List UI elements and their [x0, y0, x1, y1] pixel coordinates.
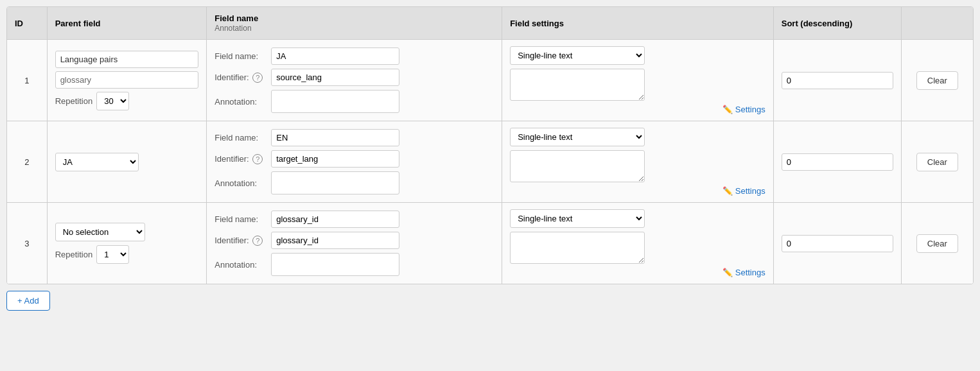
row-1-id: 1 [7, 40, 47, 121]
row-2-settings-inner: Single-line text Multi-line text Number … [510, 128, 766, 196]
row-3-settings-inner: Single-line text Multi-line text Number … [510, 209, 766, 277]
row-2-help-icon[interactable]: ? [252, 154, 263, 164]
row-1-field-settings: Single-line text Multi-line text Number … [502, 40, 774, 121]
row-3-sort [773, 203, 901, 284]
row-2-action: Clear [901, 121, 973, 203]
table-row: 2 JA EN No selection Field name: [7, 121, 973, 203]
row-2-settings-link-row: ✏️ Settings [510, 186, 766, 196]
row-2-id: 2 [7, 121, 47, 203]
col-header-id: ID [7, 7, 47, 40]
row-1-settings-link-row: ✏️ Settings [510, 105, 766, 114]
row-3-settings-link[interactable]: Settings [735, 268, 766, 277]
row-1-identifier-input[interactable] [271, 69, 399, 86]
col-header-action [901, 7, 973, 40]
row-1-action: Clear [901, 40, 973, 121]
add-button[interactable]: + Add [6, 291, 50, 311]
row-2-parent-dropdown[interactable]: JA EN No selection [55, 153, 139, 171]
row-3-identifier-row: Identifier: ? [214, 232, 494, 249]
row-3-sort-input[interactable] [782, 235, 893, 252]
row-2-clear-button[interactable]: Clear [916, 153, 958, 171]
row-1-identifier-row: Identifier: ? [214, 69, 494, 86]
row-1-settings-textarea[interactable] [510, 69, 645, 101]
row-3-settings-type-select[interactable]: Single-line text Multi-line text Number … [510, 209, 645, 228]
row-3-clear-button[interactable]: Clear [916, 234, 958, 253]
row-1-help-icon[interactable]: ? [252, 73, 263, 83]
row-1-fieldname-input[interactable] [271, 47, 399, 65]
row-1-repetition-select[interactable]: 30 1 2 5 10 [96, 92, 129, 110]
row-2-sort-input[interactable] [782, 153, 893, 171]
row-2-field-annotation: Field name: Identifier: ? [207, 121, 502, 203]
row-2-fieldname-input[interactable] [271, 129, 399, 146]
row-3-action: Clear [901, 203, 973, 284]
row-3-annotation-row: Annotation: [214, 253, 494, 276]
table-row: 3 No selection JA EN Repetition 1 2 5 [7, 203, 973, 284]
row-2-annotation-row: Annotation: [214, 171, 494, 194]
row-2-settings-textarea[interactable] [510, 150, 645, 182]
table-header-row: ID Parent field Field name Annotation Fi… [7, 7, 973, 40]
row-1-annotation-input[interactable] [271, 90, 399, 113]
row-2-annotation-wrap [271, 171, 494, 194]
row-2-fieldname-wrap [271, 129, 494, 146]
row-1-settings-inner: Single-line text Multi-line text Number … [510, 46, 766, 114]
row-3-id: 3 [7, 203, 47, 284]
row-1-annotation-wrap [271, 90, 494, 113]
row-3-field-settings: Single-line text Multi-line text Number … [502, 203, 774, 284]
row-3-identifier-input[interactable] [271, 232, 399, 249]
row-1-fieldname-wrap [271, 47, 494, 65]
row-1-parent-top: Language pairs [55, 51, 199, 68]
row-1-fieldname-row: Field name: [214, 47, 494, 65]
row-3-repetition-select[interactable]: 1 2 5 10 30 [96, 245, 129, 264]
row-2-annotation-input[interactable] [271, 171, 399, 194]
row-1-annotation-row: Annotation: [214, 90, 494, 113]
fields-table: ID Parent field Field name Annotation Fi… [7, 7, 973, 284]
row-2-settings-select-row: Single-line text Multi-line text Number … [510, 128, 766, 146]
row-2-fieldname-row: Field name: [214, 129, 494, 146]
row-3-fieldname-wrap [271, 211, 494, 228]
col-header-sort: Sort (descending) [773, 7, 901, 40]
row-3-parent-dropdown[interactable]: No selection JA EN [55, 223, 145, 241]
row-3-settings-textarea[interactable] [510, 232, 645, 264]
row-1-settings-link[interactable]: Settings [735, 105, 766, 114]
row-1-identifier-wrap [271, 69, 494, 86]
row-3-field-annotation: Field name: Identifier: ? [207, 203, 502, 284]
row-3-repetition-label: Repetition [55, 250, 93, 259]
row-2-identifier-input[interactable] [271, 150, 399, 168]
row-1-sort-input[interactable] [782, 72, 893, 89]
row-1-edit-icon: ✏️ [722, 105, 733, 114]
row-1-repetition-row: Repetition 30 1 2 5 10 [55, 92, 199, 110]
row-3-identifier-wrap [271, 232, 494, 249]
row-3-parent-field: No selection JA EN Repetition 1 2 5 10 3… [47, 203, 207, 284]
row-3-fieldname-input[interactable] [271, 211, 399, 228]
row-3-settings-select-row: Single-line text Multi-line text Number … [510, 209, 766, 228]
row-2-identifier-wrap [271, 150, 494, 168]
row-1-repetition-label: Repetition [55, 96, 93, 106]
row-2-identifier-row: Identifier: ? [214, 150, 494, 168]
main-table-container: ID Parent field Field name Annotation Fi… [6, 6, 974, 284]
col-header-parent-field: Parent field [47, 7, 207, 40]
row-1-sort [773, 40, 901, 121]
row-2-field-settings: Single-line text Multi-line text Number … [502, 121, 774, 203]
row-3-settings-link-row: ✏️ Settings [510, 268, 766, 277]
table-row: 1 Language pairs glossary Repetition 30 … [7, 40, 973, 121]
row-1-clear-button[interactable]: Clear [916, 71, 958, 90]
row-1-settings-select-row: Single-line text Multi-line text Number … [510, 46, 766, 65]
col-header-field-settings: Field settings [502, 7, 774, 40]
row-1-parent-bottom: glossary [55, 71, 199, 89]
row-3-annotation-input[interactable] [271, 253, 399, 276]
row-1-settings-type-select[interactable]: Single-line text Multi-line text Number … [510, 46, 645, 65]
row-2-settings-type-select[interactable]: Single-line text Multi-line text Number … [510, 128, 645, 146]
row-2-sort [773, 121, 901, 203]
row-2-edit-icon: ✏️ [722, 186, 733, 196]
row-3-help-icon[interactable]: ? [252, 236, 263, 246]
row-2-parent-field: JA EN No selection [47, 121, 207, 203]
row-3-repetition-row: Repetition 1 2 5 10 30 [55, 245, 199, 264]
row-1-parent-field: Language pairs glossary Repetition 30 1 … [47, 40, 207, 121]
row-3-annotation-wrap [271, 253, 494, 276]
row-3-edit-icon: ✏️ [722, 268, 733, 277]
row-1-field-annotation: Field name: Identifier: ? [207, 40, 502, 121]
col-header-field-name: Field name Annotation [207, 7, 502, 40]
row-3-fieldname-row: Field name: [214, 211, 494, 228]
row-2-settings-link[interactable]: Settings [735, 186, 766, 196]
